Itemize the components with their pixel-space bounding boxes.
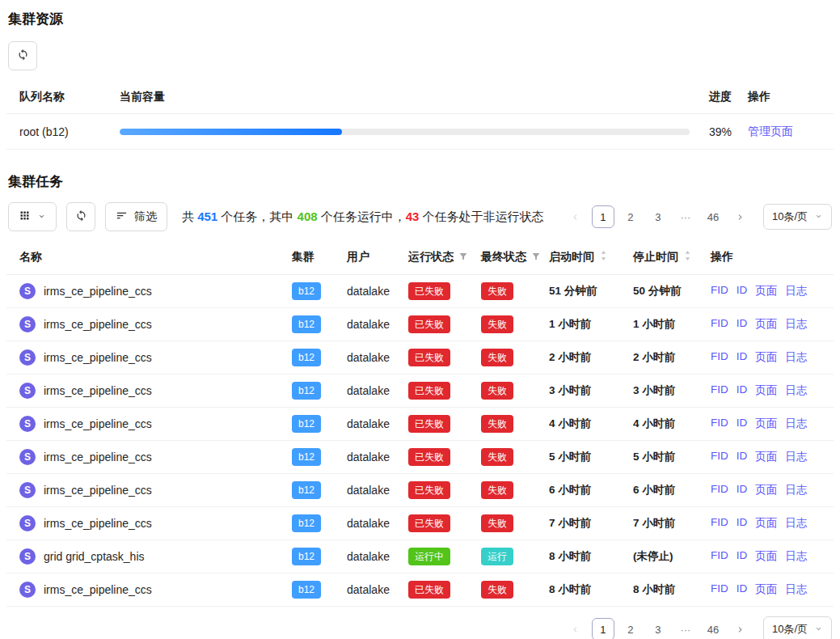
task-action-id-link[interactable]: ID: [737, 284, 748, 298]
pagination-prev[interactable]: [564, 618, 587, 639]
page-size-label: 10条/页: [772, 209, 808, 224]
task-action-fid-link[interactable]: FID: [711, 383, 728, 398]
task-action-fid-link[interactable]: FID: [711, 582, 728, 597]
task-actions: FIDID页面日志: [711, 549, 821, 564]
task-action-fid-link[interactable]: FID: [711, 450, 728, 464]
task-action-log-link[interactable]: 日志: [785, 284, 807, 298]
run-status-badge: 已失败: [408, 514, 450, 532]
filter-button[interactable]: 筛选: [105, 202, 167, 231]
page-size-select[interactable]: 10条/页: [763, 204, 832, 230]
task-action-page-link[interactable]: 页面: [755, 516, 777, 531]
layout-select-button[interactable]: [8, 202, 57, 231]
task-action-fid-link[interactable]: FID: [711, 516, 728, 531]
task-action-id-link[interactable]: ID: [737, 350, 748, 365]
task-action-id-link[interactable]: ID: [737, 317, 748, 332]
col-header-progress: 进度: [709, 90, 748, 104]
col-header-stop-time: 停止时间: [633, 250, 711, 264]
pagination-page-3[interactable]: 3: [647, 205, 669, 228]
sort-icon[interactable]: [599, 250, 608, 264]
pagination-page-1[interactable]: 1: [592, 618, 614, 639]
start-time: 51 分钟前: [549, 284, 633, 298]
task-action-log-link[interactable]: 日志: [785, 549, 807, 564]
task-action-page-link[interactable]: 页面: [755, 450, 777, 464]
task-action-page-link[interactable]: 页面: [755, 549, 777, 564]
task-actions: FIDID页面日志: [711, 516, 821, 531]
pagination-page-1[interactable]: 1: [592, 205, 614, 228]
task-action-log-link[interactable]: 日志: [785, 317, 807, 332]
task-action-page-link[interactable]: 页面: [755, 350, 777, 365]
pagination-page-46[interactable]: 46: [702, 205, 724, 228]
task-name: grid grid_cptask_his: [44, 550, 145, 563]
task-action-log-link[interactable]: 日志: [785, 483, 807, 497]
task-name: irms_ce_pipeline_ccs: [44, 384, 152, 397]
task-action-fid-link[interactable]: FID: [711, 417, 728, 431]
final-status-badge: 失败: [481, 315, 513, 333]
task-table-header: 名称 集群 用户 运行状态 最终状态 启动时间 停止时间: [6, 239, 834, 275]
pagination-next[interactable]: [729, 205, 752, 228]
task-action-page-link[interactable]: 页面: [755, 383, 777, 398]
pagination-ellipsis: ···: [674, 205, 697, 228]
refresh-resources-button[interactable]: [8, 41, 37, 70]
run-status-badge: 已失败: [408, 349, 450, 366]
manage-page-link[interactable]: 管理页面: [748, 125, 793, 138]
sort-icon[interactable]: [683, 250, 692, 264]
pagination-page-46[interactable]: 46: [702, 618, 724, 639]
final-status-badge: 运行: [481, 548, 513, 565]
funnel-filter-icon[interactable]: [531, 251, 541, 264]
task-action-log-link[interactable]: 日志: [785, 582, 807, 597]
task-action-fid-link[interactable]: FID: [711, 549, 728, 564]
task-action-page-link[interactable]: 页面: [755, 582, 777, 597]
spark-avatar-icon: S: [19, 482, 36, 498]
task-action-fid-link[interactable]: FID: [711, 284, 728, 298]
task-actions: FIDID页面日志: [711, 417, 821, 431]
table-row: S irms_ce_pipeline_ccs b12 datalake 已失败 …: [6, 308, 834, 341]
task-action-id-link[interactable]: ID: [737, 582, 748, 597]
run-status-badge: 已失败: [408, 282, 450, 300]
task-action-id-link[interactable]: ID: [737, 483, 748, 497]
task-user: datalake: [347, 451, 408, 463]
task-action-page-link[interactable]: 页面: [755, 417, 777, 431]
task-user: datalake: [347, 417, 408, 430]
task-action-fid-link[interactable]: FID: [711, 483, 728, 497]
task-action-id-link[interactable]: ID: [737, 417, 748, 431]
task-action-page-link[interactable]: 页面: [755, 483, 777, 497]
pagination-page-2[interactable]: 2: [619, 205, 642, 228]
task-action-id-link[interactable]: ID: [737, 516, 748, 531]
task-action-log-link[interactable]: 日志: [785, 417, 807, 431]
col-header-name: 名称: [19, 250, 292, 264]
task-action-log-link[interactable]: 日志: [785, 383, 807, 398]
task-user: datalake: [347, 318, 408, 331]
task-action-id-link[interactable]: ID: [737, 450, 748, 464]
task-action-id-link[interactable]: ID: [737, 549, 748, 564]
pagination-page-2[interactable]: 2: [619, 618, 642, 639]
final-status-badge: 失败: [481, 581, 513, 599]
funnel-filter-icon[interactable]: [458, 251, 468, 264]
start-time: 4 小时前: [549, 417, 633, 431]
task-action-page-link[interactable]: 页面: [755, 317, 777, 332]
stop-time: 1 小时前: [633, 317, 711, 332]
pagination-page-3[interactable]: 3: [647, 618, 669, 639]
task-action-fid-link[interactable]: FID: [711, 317, 728, 332]
task-action-fid-link[interactable]: FID: [711, 350, 728, 365]
task-user: datalake: [347, 583, 408, 596]
cluster-badge: b12: [292, 415, 321, 433]
task-action-log-link[interactable]: 日志: [785, 450, 807, 464]
cluster-badge: b12: [292, 382, 321, 400]
refresh-tasks-button[interactable]: [66, 202, 95, 231]
task-action-log-link[interactable]: 日志: [785, 350, 807, 365]
spark-avatar-icon: S: [19, 383, 36, 399]
summary-count: 451: [197, 209, 217, 223]
pagination-pages: 123···46: [592, 205, 724, 228]
task-action-id-link[interactable]: ID: [737, 383, 748, 398]
summary-text: 个任务运行中，: [318, 209, 406, 223]
cluster-tasks-title: 集群任务: [8, 172, 834, 191]
task-action-log-link[interactable]: 日志: [785, 516, 807, 531]
pagination-prev[interactable]: [564, 205, 587, 228]
page-size-select[interactable]: 10条/页: [763, 616, 832, 639]
start-time: 1 小时前: [549, 317, 633, 332]
capacity-cell: [120, 129, 709, 135]
task-action-page-link[interactable]: 页面: [755, 284, 777, 298]
final-status-badge: 失败: [481, 415, 513, 433]
table-row: S grid grid_cptask_his b12 datalake 运行中 …: [6, 540, 834, 573]
pagination-next[interactable]: [729, 618, 752, 639]
